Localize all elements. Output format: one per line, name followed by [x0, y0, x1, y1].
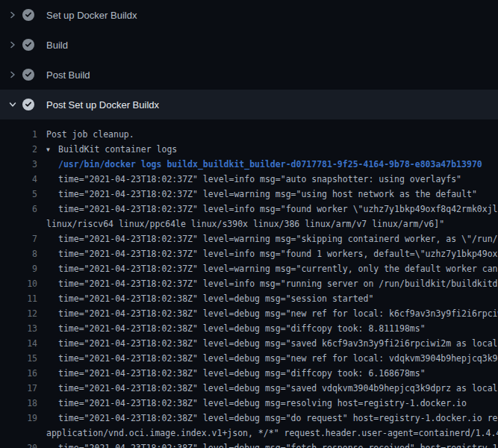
log-line-text: time="2021-04-23T18:02:37Z" level=warnin… — [46, 261, 498, 276]
log-line: 10 time="2021-04-23T18:02:37Z" level=inf… — [0, 276, 498, 291]
log-line: 3 /usr/bin/docker logs buildx_buildkit_b… — [0, 157, 498, 172]
log-line-number[interactable]: 17 — [0, 381, 37, 396]
log-line-number[interactable]: 8 — [0, 246, 37, 261]
log-line: 11 time="2021-04-23T18:02:38Z" level=deb… — [0, 291, 498, 306]
log-line-number[interactable]: 10 — [0, 276, 37, 291]
log-line-number[interactable]: 1 — [0, 127, 37, 142]
log-line: 14 time="2021-04-23T18:02:38Z" level=deb… — [0, 336, 498, 351]
log-line-text: time="2021-04-23T18:02:37Z" level=info m… — [46, 246, 498, 261]
log-line: 20 time="2021-04-23T18:02:38Z" level=deb… — [0, 441, 498, 448]
check-circle-icon — [22, 39, 34, 51]
chevron-right-icon — [9, 40, 16, 49]
group-title[interactable]: BuildKit container logs — [58, 144, 177, 155]
log-line-text: application/vnd.oci.image.index.v1+json,… — [46, 426, 498, 441]
step-label: Set up Docker Buildx — [46, 10, 137, 21]
log-line-text: time="2021-04-23T18:02:38Z" level=debug … — [46, 306, 498, 321]
log-line: 4 time="2021-04-23T18:02:37Z" level=info… — [0, 172, 498, 187]
log-line: 15 time="2021-04-23T18:02:38Z" level=deb… — [0, 351, 498, 366]
step-header-build[interactable]: Build — [0, 30, 498, 60]
step-label: Build — [46, 40, 68, 51]
log-line-text: time="2021-04-23T18:02:38Z" level=debug … — [46, 336, 498, 351]
log-line-number[interactable]: 13 — [0, 321, 37, 336]
group-collapse-triangle-icon[interactable] — [46, 142, 58, 157]
chevron-right-icon — [9, 70, 16, 79]
step-header-post-build[interactable]: Post Build — [0, 60, 498, 90]
log-line-number[interactable]: 16 — [0, 366, 37, 381]
log-line-text: time="2021-04-23T18:02:38Z" level=debug … — [46, 366, 498, 381]
check-circle-icon — [22, 69, 34, 81]
log-line-number[interactable]: 5 — [0, 187, 37, 202]
log-line: 5 time="2021-04-23T18:02:37Z" level=warn… — [0, 187, 498, 202]
step-header-set-up-docker-buildx[interactable]: Set up Docker Buildx — [0, 0, 498, 30]
step-label: Post Build — [46, 69, 90, 81]
log-area: 1 Post job cleanup. 2 BuildKit container… — [0, 119, 498, 448]
log-line-text: Post job cleanup. — [46, 127, 498, 142]
log-line: application/vnd.oci.image.index.v1+json,… — [0, 426, 498, 441]
log-line-text: time="2021-04-23T18:02:38Z" level=debug … — [46, 291, 498, 306]
log-line-text: time="2021-04-23T18:02:38Z" level=debug … — [46, 441, 498, 448]
log-line: 9 time="2021-04-23T18:02:37Z" level=warn… — [0, 261, 498, 276]
log-line-text: time="2021-04-23T18:02:37Z" level=warnin… — [46, 187, 498, 202]
log-line-number[interactable]: 20 — [0, 441, 37, 448]
steps-list: Set up Docker Buildx Build P — [0, 0, 498, 119]
log-line-number[interactable]: 2 — [0, 142, 37, 157]
log-line: 1 Post job cleanup. — [0, 127, 498, 142]
step-label: Post Set up Docker Buildx — [46, 99, 159, 111]
log-line-number[interactable]: 3 — [0, 157, 37, 172]
log-line-text: time="2021-04-23T18:02:37Z" level=info m… — [46, 172, 498, 187]
log-line: 16 time="2021-04-23T18:02:38Z" level=deb… — [0, 366, 498, 381]
log-line: 8 time="2021-04-23T18:02:37Z" level=info… — [0, 246, 498, 261]
actions-log-viewer: Set up Docker Buildx Build P — [0, 0, 498, 448]
log-line-number[interactable]: 7 — [0, 231, 37, 246]
log-line-text: time="2021-04-23T18:02:37Z" level=info m… — [46, 276, 498, 291]
log-line-number[interactable]: 6 — [0, 202, 37, 217]
log-line-text: /usr/bin/docker logs buildx_buildkit_bui… — [46, 157, 498, 172]
log-line: 2 BuildKit container logs — [0, 142, 498, 157]
step-header-post-set-up-docker-buildx[interactable]: Post Set up Docker Buildx — [0, 90, 498, 119]
log-line-text: time="2021-04-23T18:02:38Z" level=debug … — [46, 381, 498, 396]
log-line-number[interactable]: 11 — [0, 291, 37, 306]
log-line: 19 time="2021-04-23T18:02:38Z" level=deb… — [0, 411, 498, 426]
log-line-text: BuildKit container logs — [46, 142, 498, 157]
log-line: 13 time="2021-04-23T18:02:38Z" level=deb… — [0, 321, 498, 336]
log-line-number[interactable]: 18 — [0, 396, 37, 411]
log-line-number — [0, 426, 37, 441]
log-line-number[interactable]: 19 — [0, 411, 37, 426]
log-line: 18 time="2021-04-23T18:02:38Z" level=deb… — [0, 396, 498, 411]
log-line-number[interactable]: 4 — [0, 172, 37, 187]
check-circle-icon — [22, 99, 34, 111]
log-line: 6 time="2021-04-23T18:02:37Z" level=info… — [0, 202, 498, 217]
log-line-text: time="2021-04-23T18:02:38Z" level=debug … — [46, 321, 498, 336]
log-line-number[interactable]: 14 — [0, 336, 37, 351]
log-line-number[interactable]: 12 — [0, 306, 37, 321]
log-line-text: linux/riscv64 linux/ppc64le linux/s390x … — [46, 217, 498, 231]
log-line-text: time="2021-04-23T18:02:38Z" level=debug … — [46, 396, 498, 411]
log-line: 7 time="2021-04-23T18:02:37Z" level=warn… — [0, 231, 498, 246]
log-line: linux/riscv64 linux/ppc64le linux/s390x … — [0, 217, 498, 231]
log-line-text: time="2021-04-23T18:02:37Z" level=warnin… — [46, 231, 498, 246]
log-line-text: time="2021-04-23T18:02:38Z" level=debug … — [46, 411, 498, 426]
log-line-number — [0, 217, 37, 231]
log-line-text: time="2021-04-23T18:02:38Z" level=debug … — [46, 351, 498, 366]
log-line: 17 time="2021-04-23T18:02:38Z" level=deb… — [0, 381, 498, 396]
chevron-down-icon — [9, 100, 16, 109]
log-line-text: time="2021-04-23T18:02:37Z" level=info m… — [46, 202, 498, 217]
log-line-number[interactable]: 9 — [0, 261, 37, 276]
log-line: 12 time="2021-04-23T18:02:38Z" level=deb… — [0, 306, 498, 321]
chevron-right-icon — [9, 10, 16, 19]
check-circle-icon — [22, 9, 34, 21]
log-line-number[interactable]: 15 — [0, 351, 37, 366]
